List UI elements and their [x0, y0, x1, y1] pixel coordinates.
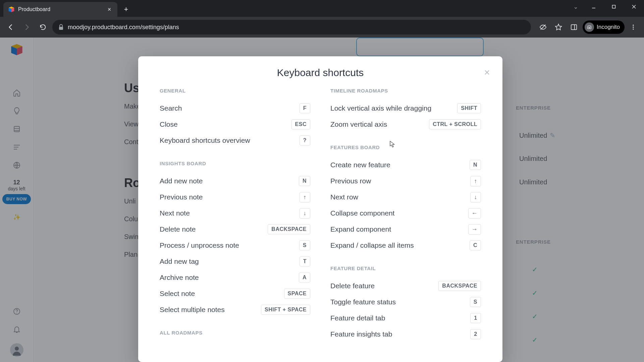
lock-icon [58, 24, 64, 30]
tracking-off-icon[interactable] [536, 20, 550, 34]
shortcut-label: Expand component [330, 225, 391, 233]
section-title: GENERAL [160, 88, 310, 94]
svg-point-13 [633, 25, 634, 26]
shortcut-row: Add new tagT [160, 253, 310, 269]
shortcut-label: Feature insights tab [330, 330, 392, 338]
shortcut-label: Collapse component [330, 209, 394, 217]
section-title: TIMELINE ROADMAPS [330, 88, 481, 94]
shortcut-label: Expand / collapse all items [330, 241, 414, 249]
svg-rect-7 [59, 27, 63, 30]
bookmark-icon[interactable] [552, 20, 565, 34]
shortcut-row: Select multiple notesSHIFT + SPACE [160, 302, 310, 318]
shortcut-label: Search [160, 104, 182, 112]
shortcut-row: Add new noteN [160, 173, 310, 189]
favicon-icon [8, 6, 15, 13]
shortcut-row: Expand component→ [330, 221, 481, 237]
shortcut-row: Expand / collapse all itemsC [330, 237, 481, 253]
svg-point-14 [633, 26, 634, 27]
shortcuts-right-column: TIMELINE ROADMAPSLock vertical axis whil… [330, 88, 481, 354]
minimize-button[interactable] [584, 0, 604, 13]
side-panel-icon[interactable] [567, 20, 581, 34]
keyboard-shortcuts-modal: Keyboard shortcuts × GENERALSearchFClose… [138, 56, 502, 362]
shortcut-label: Select note [160, 290, 195, 298]
browser-tab[interactable]: Productboard × [3, 2, 117, 17]
shortcut-key: ↑ [300, 192, 310, 202]
modal-title: Keyboard shortcuts [138, 56, 502, 88]
back-button[interactable] [4, 20, 17, 34]
close-window-button[interactable] [624, 0, 644, 13]
shortcut-label: Next row [330, 193, 358, 201]
shortcut-label: Next note [160, 209, 190, 217]
shortcuts-left-column: GENERALSearchFCloseESCKeyboard shortcuts… [160, 88, 310, 354]
shortcut-label: Keyboard shortcuts overview [160, 136, 250, 144]
shortcut-key: ↑ [470, 176, 481, 186]
shortcut-key: BACKSPACE [438, 281, 481, 291]
shortcut-key: SHIFT + SPACE [261, 305, 310, 315]
shortcut-section: INSIGHTS BOARDAdd new noteNPrevious note… [160, 161, 310, 318]
tabs-dropdown-icon[interactable]: ⌄ [568, 0, 584, 13]
shortcut-row: Toggle feature statusS [330, 294, 481, 310]
shortcut-row: Process / unprocess noteS [160, 237, 310, 253]
address-bar[interactable]: moodjoy.productboard.com/settings/plans [52, 20, 531, 35]
shortcut-row: Feature insights tab2 [330, 326, 481, 342]
shortcut-label: Add new tag [160, 257, 199, 265]
tab-bar: Productboard × + [0, 0, 644, 17]
tab-close-icon[interactable]: × [106, 6, 113, 13]
window-controls: ⌄ [568, 0, 644, 13]
svg-point-12 [589, 27, 591, 29]
shortcut-key: 1 [470, 313, 481, 323]
section-title: FEATURES BOARD [330, 144, 481, 150]
shortcut-key: CTRL + SCROLL [429, 119, 481, 129]
shortcut-key: S [299, 240, 310, 250]
shortcut-row: Next row↓ [330, 189, 481, 205]
shortcut-key: F [300, 103, 310, 113]
shortcut-key: ↓ [300, 208, 310, 219]
shortcut-section: FEATURE DETAILDelete featureBACKSPACETog… [330, 265, 481, 342]
shortcut-key: → [468, 224, 481, 235]
shortcut-row: Archive noteA [160, 269, 310, 286]
browser-chrome: Productboard × + ⌄ moodjoy.produc [0, 0, 644, 38]
shortcut-key: ? [300, 135, 310, 145]
reload-button[interactable] [36, 20, 50, 34]
tab-title: Productboard [18, 6, 103, 12]
shortcut-key: C [470, 240, 481, 250]
browser-toolbar: moodjoy.productboard.com/settings/plans … [0, 17, 644, 38]
shortcut-key: T [300, 256, 310, 266]
incognito-label: Incognito [597, 24, 620, 31]
shortcut-row: Previous note↑ [160, 189, 310, 205]
shortcut-key: ESC [291, 119, 310, 129]
forward-button[interactable] [20, 20, 34, 34]
toolbar-right: Incognito [536, 20, 640, 34]
shortcut-row: Select noteSPACE [160, 286, 310, 302]
shortcut-row: SearchF [160, 100, 310, 116]
shortcut-key: ← [468, 208, 481, 219]
shortcut-key: N [470, 160, 481, 170]
url-text: moodjoy.productboard.com/settings/plans [68, 24, 179, 31]
incognito-indicator[interactable]: Incognito [583, 20, 625, 34]
new-tab-button[interactable]: + [120, 3, 132, 15]
shortcut-label: Feature detail tab [330, 314, 385, 322]
shortcut-label: Select multiple notes [160, 306, 225, 314]
shortcut-label: Delete note [160, 225, 196, 233]
shortcut-row: Zoom vertical axisCTRL + SCROLL [330, 116, 481, 132]
shortcut-label: Zoom vertical axis [330, 120, 387, 128]
shortcut-row: Feature detail tab1 [330, 310, 481, 326]
shortcut-key: N [299, 176, 310, 186]
shortcut-section: GENERALSearchFCloseESCKeyboard shortcuts… [160, 88, 310, 148]
shortcut-label: Delete feature [330, 282, 375, 290]
shortcut-row: Delete noteBACKSPACE [160, 221, 310, 237]
shortcut-label: Archive note [160, 274, 199, 282]
shortcut-row: CloseESC [160, 116, 310, 132]
maximize-button[interactable] [604, 0, 624, 13]
close-icon[interactable]: × [481, 66, 493, 78]
svg-rect-4 [612, 5, 615, 8]
incognito-icon [585, 22, 594, 32]
section-title: ALL ROADMAPS [160, 330, 310, 336]
shortcut-key: ↓ [470, 192, 481, 202]
menu-button[interactable] [627, 20, 640, 34]
svg-rect-9 [571, 25, 577, 30]
shortcut-row: Keyboard shortcuts overview? [160, 132, 310, 148]
shortcut-label: Process / unprocess note [160, 241, 239, 249]
shortcut-label: Add new note [160, 177, 203, 185]
shortcut-key: SPACE [284, 289, 310, 299]
